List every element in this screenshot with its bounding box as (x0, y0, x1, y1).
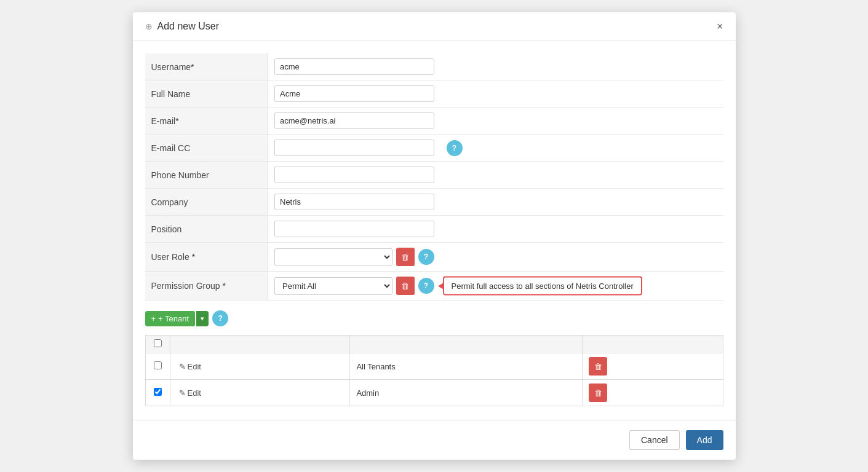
user-form-table: Username* Full Name E-mail* (145, 53, 723, 301)
phone-value-cell (268, 162, 440, 189)
alltenants-name-cell: All Tenants (350, 353, 583, 380)
admin-edit-label: Edit (188, 388, 201, 398)
company-extra (440, 189, 723, 216)
position-input[interactable] (274, 221, 434, 237)
fullname-extra (440, 81, 723, 108)
admin-checkbox-cell (145, 380, 170, 406)
plus-icon: + (151, 314, 156, 323)
permgroup-row: Permission Group * Permit All 🗑 ? (145, 272, 723, 301)
company-value-cell (268, 189, 440, 216)
admin-edit-cell: ✎ Edit (170, 380, 350, 406)
position-row: Position (145, 216, 723, 243)
alltenants-edit-cell: ✎ Edit (170, 353, 350, 380)
fullname-input[interactable] (274, 85, 434, 102)
alltenants-checkbox-cell (145, 353, 170, 380)
edit-icon: ✎ (179, 388, 186, 398)
company-input[interactable] (274, 194, 434, 210)
alltenants-edit-button[interactable]: ✎ Edit (177, 362, 204, 371)
close-button[interactable]: × (717, 21, 723, 32)
modal-header: ⊕ Add new User × (133, 12, 736, 41)
permgroup-info-button[interactable]: ? (418, 278, 434, 294)
userrole-label: User Role * (145, 243, 268, 272)
position-label: Position (145, 216, 268, 243)
emailcc-value-cell (268, 135, 440, 162)
edit-icon: ✎ (179, 362, 186, 371)
userrole-extra (440, 243, 723, 272)
permgroup-delete-button[interactable]: 🗑 (396, 277, 415, 295)
admin-name: Admin (356, 388, 379, 398)
userrole-value-cell: 🗑 ? (268, 243, 440, 272)
username-label: Username* (145, 53, 268, 81)
tenant-section: + + Tenant ▾ ? (145, 310, 723, 406)
header-checkbox-cell (145, 336, 170, 353)
trash-icon: 🗑 (401, 253, 409, 262)
header-empty (170, 336, 350, 353)
userrole-row: User Role * 🗑 ? (145, 243, 723, 272)
header-name (350, 336, 583, 353)
email-row: E-mail* (145, 108, 723, 135)
tenant-add-row: + + Tenant ▾ ? (145, 310, 723, 326)
question-icon: ? (424, 281, 428, 290)
emailcc-label: E-mail CC (145, 135, 268, 162)
modal-footer: Cancel Add (133, 420, 736, 460)
permgroup-label: Permission Group * (145, 272, 268, 301)
position-value-cell (268, 216, 440, 243)
alltenants-edit-label: Edit (188, 362, 201, 371)
username-row: Username* (145, 53, 723, 81)
add-tenant-label: + Tenant (158, 314, 189, 323)
alltenants-delete-button[interactable]: 🗑 (589, 357, 607, 376)
position-extra (440, 216, 723, 243)
email-label: E-mail* (145, 108, 268, 135)
chevron-down-icon: ▾ (201, 315, 204, 322)
add-tenant-button[interactable]: + + Tenant (145, 311, 196, 326)
userrole-delete-button[interactable]: 🗑 (396, 248, 415, 266)
trash-icon: 🗑 (594, 388, 602, 398)
modal-title-text: Add new User (157, 21, 220, 32)
question-icon: ? (452, 144, 456, 152)
emailcc-row: E-mail CC ? (145, 135, 723, 162)
permgroup-info-wrap: ? Permit full access to all sections of … (418, 278, 434, 294)
permgroup-select[interactable]: Permit All (274, 277, 392, 295)
admin-action-cell: 🗑 Full access to resources of Tenant Adm… (583, 380, 723, 406)
permgroup-select-wrap: Permit All 🗑 ? Permit full access to all… (274, 277, 434, 295)
email-input[interactable] (274, 112, 434, 129)
phone-input[interactable] (274, 167, 434, 183)
modal-dialog: ⊕ Add new User × Username* Full Name (133, 12, 736, 460)
add-button[interactable]: Add (686, 430, 723, 450)
trash-icon: 🗑 (594, 362, 602, 371)
tenant-table: ✎ Edit All Tenants 🗑 Read-only access to… (145, 335, 723, 406)
modal-title: ⊕ Add new User (145, 21, 220, 32)
email-value-cell (268, 108, 440, 135)
question-icon: ? (218, 314, 222, 323)
alltenants-name: All Tenants (356, 362, 395, 371)
header-action (583, 336, 723, 353)
admin-edit-button[interactable]: ✎ Edit (177, 388, 204, 398)
username-input[interactable] (274, 58, 434, 75)
admin-name-cell: Admin (350, 380, 583, 406)
username-value-cell (268, 53, 440, 81)
email-extra (440, 108, 723, 135)
fullname-row: Full Name (145, 81, 723, 108)
userrole-select[interactable] (274, 248, 392, 266)
fullname-value-cell (268, 81, 440, 108)
drag-icon: ⊕ (145, 22, 153, 31)
admin-delete-button[interactable]: 🗑 (589, 384, 607, 402)
alltenants-action-cell: 🗑 Read-only access to resources of any T… (583, 353, 723, 380)
question-icon: ? (424, 253, 428, 261)
phone-label: Phone Number (145, 162, 268, 189)
cancel-button[interactable]: Cancel (629, 430, 680, 450)
phone-extra (440, 162, 723, 189)
select-all-checkbox[interactable] (154, 339, 162, 347)
userrole-info-button[interactable]: ? (418, 249, 434, 265)
admin-checkbox[interactable] (154, 388, 162, 396)
tenant-row-admin: ✎ Edit Admin 🗑 Full access to resources … (145, 380, 723, 406)
emailcc-input[interactable] (274, 140, 434, 156)
permgroup-callout: Permit full access to all sections of Ne… (443, 277, 642, 296)
permgroup-value-cell: Permit All 🗑 ? Permit full access to all… (268, 272, 440, 301)
emailcc-info-button[interactable]: ? (447, 140, 463, 156)
username-extra (440, 53, 723, 81)
tenant-row-alltenants: ✎ Edit All Tenants 🗑 Read-only access to… (145, 353, 723, 380)
tenant-dropdown-button[interactable]: ▾ (196, 311, 209, 326)
tenant-info-button[interactable]: ? (212, 310, 228, 326)
alltenants-checkbox[interactable] (154, 361, 162, 369)
